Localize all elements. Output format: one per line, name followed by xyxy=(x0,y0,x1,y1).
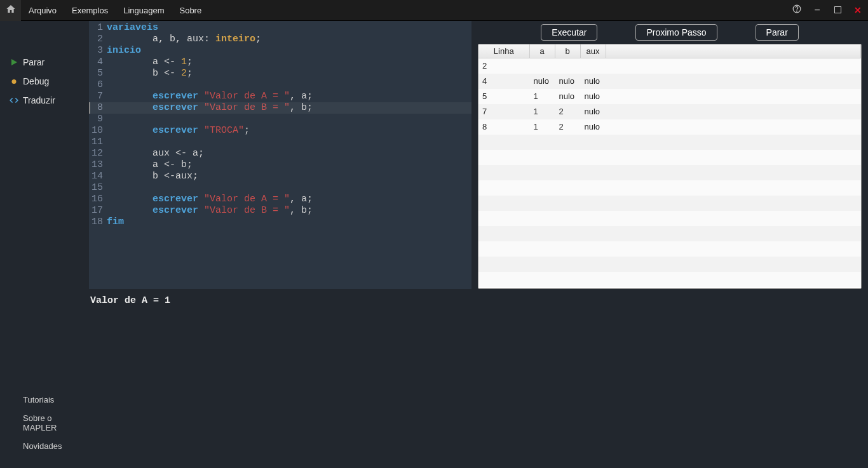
minimize-button[interactable]: − xyxy=(807,0,827,21)
table-row[interactable]: 712nulo xyxy=(478,104,861,119)
sidebar-item-label: Debug xyxy=(23,76,49,86)
table-row[interactable]: 4nulonulonulo xyxy=(478,74,861,89)
table-row[interactable]: 812nulo xyxy=(478,119,861,135)
menu-item-sobre[interactable]: Sobre xyxy=(172,1,209,20)
code-line[interactable]: b <-aux; xyxy=(107,171,471,182)
table-header[interactable]: a xyxy=(529,44,555,58)
table-header[interactable]: b xyxy=(555,44,580,58)
code-line[interactable] xyxy=(107,137,471,148)
debug-controls: Executar Proximo Passo Parar xyxy=(478,21,862,44)
maximize-button[interactable] xyxy=(827,0,848,21)
sidebar-link-novidades[interactable]: Novidades xyxy=(0,437,89,455)
sidebar-item-parar[interactable]: Parar xyxy=(0,53,89,72)
code-line[interactable]: escrever "TROCA"; xyxy=(107,125,471,137)
sidebar-item-label: Traduzir xyxy=(23,95,55,105)
menu-item-arquivo[interactable]: Arquivo xyxy=(21,1,64,20)
close-button[interactable]: ✕ xyxy=(848,0,868,21)
code-line[interactable]: b <- 2; xyxy=(107,68,471,79)
play-icon xyxy=(9,57,19,67)
code-line[interactable]: variaveis xyxy=(107,22,471,34)
menu-item-exemplos[interactable]: Exemplos xyxy=(64,1,116,20)
code-line[interactable]: a <- b; xyxy=(107,159,471,171)
svg-point-3 xyxy=(12,79,17,84)
table-row xyxy=(478,180,861,196)
console-output: Valor de A = 1 xyxy=(89,289,868,468)
close-icon: ✕ xyxy=(854,5,862,15)
sidebar-item-label: Parar xyxy=(23,57,44,67)
code-line[interactable]: a <- 1; xyxy=(107,57,471,68)
sidebar-item-debug[interactable]: Debug xyxy=(0,72,89,91)
table-row xyxy=(478,165,861,180)
code-line[interactable]: fim xyxy=(107,217,471,228)
code-line[interactable]: aux <- a; xyxy=(107,148,471,159)
table-row xyxy=(478,257,861,272)
code-line[interactable] xyxy=(107,79,471,91)
code-line[interactable]: escrever "Valor de A = ", a; xyxy=(107,91,471,102)
sidebar-link-sobre-o-mapler[interactable]: Sobre o MAPLER xyxy=(0,409,89,437)
titlebar: ArquivoExemplosLinguagemSobre − ✕ xyxy=(0,0,868,21)
table-header[interactable]: aux xyxy=(580,44,606,58)
sidebar-item-traduzir[interactable]: Traduzir xyxy=(0,91,89,110)
home-button[interactable] xyxy=(0,0,21,21)
table-row xyxy=(478,150,861,165)
table-row xyxy=(478,211,861,226)
table-row xyxy=(478,135,861,150)
table-row xyxy=(478,272,861,287)
table-row xyxy=(478,196,861,211)
maximize-icon xyxy=(834,4,841,16)
bug-icon xyxy=(9,76,19,86)
code-editor[interactable]: 123456789101112131415161718 variaveis a,… xyxy=(89,21,471,289)
menu-item-linguagem[interactable]: Linguagem xyxy=(116,1,172,20)
table-row xyxy=(478,241,861,257)
code-icon xyxy=(9,95,19,105)
help-button[interactable] xyxy=(787,0,807,21)
table-row[interactable]: 2 xyxy=(478,58,861,74)
parar-button[interactable]: Parar xyxy=(756,24,799,41)
help-circle-icon xyxy=(792,4,801,16)
table-row[interactable]: 51nulonulo xyxy=(478,89,861,104)
svg-rect-2 xyxy=(834,7,841,13)
home-icon xyxy=(6,4,16,17)
code-line[interactable]: a, b, aux: inteiro; xyxy=(107,34,471,45)
table-header[interactable]: Linha xyxy=(478,44,529,58)
code-line[interactable]: inicio xyxy=(107,45,471,57)
table-row xyxy=(478,226,861,241)
svg-point-1 xyxy=(797,11,797,11)
code-line[interactable] xyxy=(107,182,471,194)
code-line[interactable] xyxy=(107,114,471,125)
sidebar: PararDebugTraduzir TutoriaisSobre o MAPL… xyxy=(0,21,89,468)
sidebar-link-tutoriais[interactable]: Tutoriais xyxy=(0,391,89,409)
variable-table[interactable]: Linhaabaux 24nulonulonulo51nulonulo712nu… xyxy=(478,44,862,289)
menubar: ArquivoExemplosLinguagemSobre xyxy=(21,1,209,20)
proximo-passo-button[interactable]: Proximo Passo xyxy=(635,24,717,41)
code-line[interactable]: escrever "Valor de A = ", a; xyxy=(107,194,471,205)
executar-button[interactable]: Executar xyxy=(541,24,597,41)
code-line[interactable]: escrever "Valor de B = ", b; xyxy=(107,205,471,217)
